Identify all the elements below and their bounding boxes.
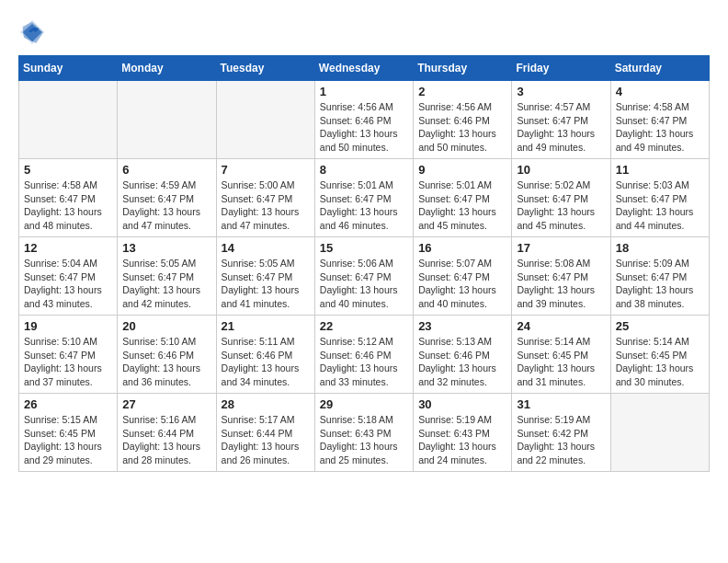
day-number: 3 xyxy=(517,85,605,98)
day-info: Sunrise: 5:02 AMSunset: 6:47 PMDaylight:… xyxy=(517,178,605,233)
day-number: 4 xyxy=(616,85,704,98)
column-header-wednesday: Wednesday xyxy=(314,56,413,81)
week-row-4: 19Sunrise: 5:10 AMSunset: 6:47 PMDayligh… xyxy=(19,316,710,394)
day-cell-5: 5Sunrise: 4:58 AMSunset: 6:47 PMDaylight… xyxy=(19,159,118,237)
day-info: Sunrise: 5:05 AMSunset: 6:47 PMDaylight:… xyxy=(222,257,310,311)
day-cell-9: 9Sunrise: 5:01 AMSunset: 6:47 PMDaylight… xyxy=(414,159,512,237)
day-info: Sunrise: 5:06 AMSunset: 6:47 PMDaylight:… xyxy=(320,257,408,311)
day-cell-13: 13Sunrise: 5:05 AMSunset: 6:47 PMDayligh… xyxy=(118,237,216,316)
column-header-saturday: Saturday xyxy=(610,56,709,81)
day-info: Sunrise: 5:11 AMSunset: 6:46 PMDaylight:… xyxy=(222,335,310,389)
empty-cell xyxy=(118,81,216,159)
day-info: Sunrise: 4:59 AMSunset: 6:47 PMDaylight:… xyxy=(122,178,210,233)
day-number: 10 xyxy=(517,163,605,177)
day-info: Sunrise: 5:14 AMSunset: 6:45 PMDaylight:… xyxy=(616,335,704,389)
day-cell-16: 16Sunrise: 5:07 AMSunset: 6:47 PMDayligh… xyxy=(414,237,512,316)
day-info: Sunrise: 5:10 AMSunset: 6:47 PMDaylight:… xyxy=(24,335,112,389)
day-cell-30: 30Sunrise: 5:19 AMSunset: 6:43 PMDayligh… xyxy=(414,394,512,472)
column-header-thursday: Thursday xyxy=(414,56,512,81)
day-cell-15: 15Sunrise: 5:06 AMSunset: 6:47 PMDayligh… xyxy=(314,237,413,316)
day-cell-10: 10Sunrise: 5:02 AMSunset: 6:47 PMDayligh… xyxy=(512,159,610,237)
day-info: Sunrise: 5:01 AMSunset: 6:47 PMDaylight:… xyxy=(320,178,408,233)
day-info: Sunrise: 5:00 AMSunset: 6:47 PMDaylight:… xyxy=(222,178,310,233)
week-row-5: 26Sunrise: 5:15 AMSunset: 6:45 PMDayligh… xyxy=(19,394,710,472)
day-cell-27: 27Sunrise: 5:16 AMSunset: 6:44 PMDayligh… xyxy=(118,394,216,472)
column-header-tuesday: Tuesday xyxy=(216,56,314,81)
day-info: Sunrise: 5:07 AMSunset: 6:47 PMDaylight:… xyxy=(418,257,506,311)
day-number: 8 xyxy=(320,163,408,177)
page-header xyxy=(18,18,710,46)
day-info: Sunrise: 5:18 AMSunset: 6:43 PMDaylight:… xyxy=(320,413,408,467)
day-info: Sunrise: 5:15 AMSunset: 6:45 PMDaylight:… xyxy=(24,413,112,467)
day-number: 12 xyxy=(24,241,112,255)
day-number: 30 xyxy=(418,397,506,411)
empty-cell xyxy=(19,81,118,159)
week-row-1: 1Sunrise: 4:56 AMSunset: 6:46 PMDaylight… xyxy=(19,81,710,159)
day-cell-3: 3Sunrise: 4:57 AMSunset: 6:47 PMDaylight… xyxy=(512,81,610,159)
day-info: Sunrise: 5:09 AMSunset: 6:47 PMDaylight:… xyxy=(616,257,704,311)
day-cell-24: 24Sunrise: 5:14 AMSunset: 6:45 PMDayligh… xyxy=(512,316,610,394)
day-number: 1 xyxy=(320,85,408,98)
day-number: 20 xyxy=(122,319,210,333)
calendar-table: SundayMondayTuesdayWednesdayThursdayFrid… xyxy=(18,55,710,472)
day-number: 6 xyxy=(122,163,210,177)
column-header-sunday: Sunday xyxy=(19,56,118,81)
day-cell-19: 19Sunrise: 5:10 AMSunset: 6:47 PMDayligh… xyxy=(19,316,118,394)
day-info: Sunrise: 5:12 AMSunset: 6:46 PMDaylight:… xyxy=(320,335,408,389)
day-cell-28: 28Sunrise: 5:17 AMSunset: 6:44 PMDayligh… xyxy=(216,394,314,472)
day-number: 28 xyxy=(222,397,310,411)
day-info: Sunrise: 5:03 AMSunset: 6:47 PMDaylight:… xyxy=(616,178,704,233)
day-cell-18: 18Sunrise: 5:09 AMSunset: 6:47 PMDayligh… xyxy=(610,237,709,316)
day-number: 22 xyxy=(320,319,408,333)
day-cell-17: 17Sunrise: 5:08 AMSunset: 6:47 PMDayligh… xyxy=(512,237,610,316)
day-info: Sunrise: 5:10 AMSunset: 6:46 PMDaylight:… xyxy=(122,335,210,389)
day-number: 26 xyxy=(24,397,112,411)
day-info: Sunrise: 5:19 AMSunset: 6:43 PMDaylight:… xyxy=(418,413,506,467)
logo-icon xyxy=(18,18,46,46)
day-cell-8: 8Sunrise: 5:01 AMSunset: 6:47 PMDaylight… xyxy=(314,159,413,237)
column-header-friday: Friday xyxy=(512,56,610,81)
day-cell-11: 11Sunrise: 5:03 AMSunset: 6:47 PMDayligh… xyxy=(610,159,709,237)
day-info: Sunrise: 5:01 AMSunset: 6:47 PMDaylight:… xyxy=(418,178,506,233)
week-row-3: 12Sunrise: 5:04 AMSunset: 6:47 PMDayligh… xyxy=(19,237,710,316)
day-info: Sunrise: 4:56 AMSunset: 6:46 PMDaylight:… xyxy=(320,100,408,155)
day-info: Sunrise: 4:57 AMSunset: 6:47 PMDaylight:… xyxy=(517,100,605,155)
day-cell-2: 2Sunrise: 4:56 AMSunset: 6:46 PMDaylight… xyxy=(414,81,512,159)
day-cell-23: 23Sunrise: 5:13 AMSunset: 6:46 PMDayligh… xyxy=(414,316,512,394)
day-info: Sunrise: 5:17 AMSunset: 6:44 PMDaylight:… xyxy=(222,413,310,467)
day-cell-31: 31Sunrise: 5:19 AMSunset: 6:42 PMDayligh… xyxy=(512,394,610,472)
day-number: 19 xyxy=(24,319,112,333)
day-number: 14 xyxy=(222,241,310,255)
day-number: 7 xyxy=(222,163,310,177)
day-number: 17 xyxy=(517,241,605,255)
day-number: 13 xyxy=(122,241,210,255)
day-number: 23 xyxy=(418,319,506,333)
day-cell-1: 1Sunrise: 4:56 AMSunset: 6:46 PMDaylight… xyxy=(314,81,413,159)
day-cell-7: 7Sunrise: 5:00 AMSunset: 6:47 PMDaylight… xyxy=(216,159,314,237)
week-row-2: 5Sunrise: 4:58 AMSunset: 6:47 PMDaylight… xyxy=(19,159,710,237)
day-number: 9 xyxy=(418,163,506,177)
day-info: Sunrise: 5:05 AMSunset: 6:47 PMDaylight:… xyxy=(122,257,210,311)
day-number: 18 xyxy=(616,241,704,255)
day-cell-21: 21Sunrise: 5:11 AMSunset: 6:46 PMDayligh… xyxy=(216,316,314,394)
day-number: 21 xyxy=(222,319,310,333)
day-info: Sunrise: 4:58 AMSunset: 6:47 PMDaylight:… xyxy=(24,178,112,233)
day-number: 11 xyxy=(616,163,704,177)
day-info: Sunrise: 4:58 AMSunset: 6:47 PMDaylight:… xyxy=(616,100,704,155)
day-cell-29: 29Sunrise: 5:18 AMSunset: 6:43 PMDayligh… xyxy=(314,394,413,472)
day-number: 16 xyxy=(418,241,506,255)
day-cell-6: 6Sunrise: 4:59 AMSunset: 6:47 PMDaylight… xyxy=(118,159,216,237)
day-number: 5 xyxy=(24,163,112,177)
day-number: 24 xyxy=(517,319,605,333)
day-info: Sunrise: 5:13 AMSunset: 6:46 PMDaylight:… xyxy=(418,335,506,389)
empty-cell xyxy=(216,81,314,159)
day-number: 25 xyxy=(616,319,704,333)
day-info: Sunrise: 4:56 AMSunset: 6:46 PMDaylight:… xyxy=(418,100,506,155)
day-info: Sunrise: 5:04 AMSunset: 6:47 PMDaylight:… xyxy=(24,257,112,311)
day-number: 2 xyxy=(418,85,506,98)
day-number: 29 xyxy=(320,397,408,411)
logo xyxy=(18,18,50,46)
day-cell-25: 25Sunrise: 5:14 AMSunset: 6:45 PMDayligh… xyxy=(610,316,709,394)
day-cell-22: 22Sunrise: 5:12 AMSunset: 6:46 PMDayligh… xyxy=(314,316,413,394)
day-info: Sunrise: 5:14 AMSunset: 6:45 PMDaylight:… xyxy=(517,335,605,389)
